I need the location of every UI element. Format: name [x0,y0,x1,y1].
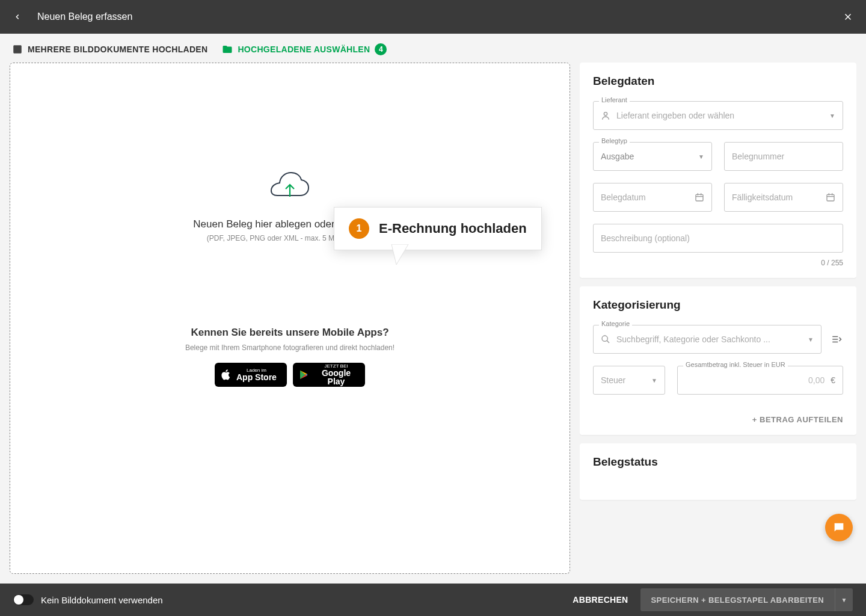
cloud-upload-icon [269,171,311,202]
tab-select-uploaded[interactable]: HOCHGELADENE AUSWÄHLEN 4 [222,43,387,55]
uploaded-count-badge: 4 [375,43,387,55]
section-heading: Belegdaten [593,75,843,88]
save-button-group: SPEICHERN + BELEGSTAPEL ABARBEITEN ▼ [640,588,853,611]
header: Neuen Beleg erfassen [0,0,866,34]
google-play-icon [299,369,309,380]
chevron-down-icon: ▼ [698,153,704,160]
tab-bar: MEHRERE BILDDOKUMENTE HOCHLADEN HOCHGELA… [0,34,866,63]
add-image-icon [12,44,23,55]
chevron-down-icon: ▼ [808,336,814,343]
page-title: Neuen Beleg erfassen [37,11,842,22]
save-dropdown-button[interactable]: ▼ [835,588,853,611]
belegdatum-input[interactable]: Belegdatum [593,183,712,212]
field-label: Lieferant [599,96,630,103]
gesamtbetrag-input[interactable]: 0,00 € [677,366,843,395]
calendar-icon [826,192,835,202]
chevron-down-icon: ▼ [651,377,657,384]
faelligkeitsdatum-input[interactable]: Fälligkeitsdatum [724,183,843,212]
callout-text: E-Rechnung hochladen [379,221,527,236]
svg-rect-5 [696,194,703,201]
field-label: Gesamtbetrag inkl. Steuer in EUR [683,361,788,368]
split-list-button[interactable] [831,334,843,345]
folder-icon [222,44,233,55]
tab-label: MEHRERE BILDDOKUMENTE HOCHLADEN [28,45,207,54]
currency-symbol: € [831,375,835,385]
char-counter: 0 / 255 [593,259,843,267]
apple-icon [221,369,232,381]
chat-support-button[interactable] [825,514,853,541]
steuer-select[interactable]: Steuer ▼ [593,366,665,395]
callout-pointer-icon [388,244,412,268]
no-image-toggle[interactable] [13,594,34,605]
tab-upload-multiple[interactable]: MEHRERE BILDDOKUMENTE HOCHLADEN [12,44,207,55]
svg-marker-3 [392,244,408,265]
kategorisierung-card: Kategorisierung Kategorie Suchbegriff, K… [580,286,856,435]
betrag-aufteilen-button[interactable]: + BETRAG AUFTEILEN [593,415,843,424]
app-store-badge[interactable]: Laden im App Store [215,363,287,387]
belegstatus-card: Belegstatus [580,443,856,500]
footer-bar: Kein Bilddokument verwenden ABBRECHEN SP… [0,584,866,616]
section-heading: Belegstatus [593,455,843,469]
field-label: Kategorie [599,320,632,327]
apps-subtitle: Belege mit Ihrem Smartphone fotografiere… [185,343,395,352]
person-icon [601,111,610,120]
save-button[interactable]: SPEICHERN + BELEGSTAPEL ABARBEITEN [640,596,835,605]
tab-label: HOCHGELADENE AUSWÄHLEN [238,45,370,54]
google-play-badge[interactable]: JETZT BEI Google Play [293,363,365,387]
belegdaten-card: Belegdaten Lieferant Lieferant eingeben … [580,63,856,278]
back-button[interactable] [12,11,23,22]
beschreibung-input[interactable]: Beschreibung (optional) [593,224,843,253]
svg-point-13 [602,336,607,341]
belegnummer-input[interactable]: Belegnummer [724,142,843,171]
callout-step-badge: 1 [349,218,369,239]
kategorie-input[interactable]: Suchbegriff, Kategorie oder Sachkonto ..… [593,325,821,354]
lieferant-input[interactable]: Lieferant eingeben oder wählen ▼ [593,101,843,130]
close-button[interactable] [842,11,854,23]
field-label: Belegtyp [599,137,630,144]
apps-title: Kennen Sie bereits unsere Mobile Apps? [185,327,395,339]
form-panel: Belegdaten Lieferant Lieferant eingeben … [580,63,856,574]
belegtyp-select[interactable]: Ausgabe ▼ [593,142,712,171]
tutorial-callout: 1 E-Rechnung hochladen [334,207,542,250]
file-dropzone[interactable]: Neuen Beleg hier ablegen oder auswählen … [10,63,570,574]
svg-rect-9 [827,194,834,201]
section-heading: Kategorisierung [593,298,843,312]
svg-point-4 [604,112,607,116]
calendar-icon [695,192,704,202]
svg-line-14 [607,340,609,343]
toggle-label: Kein Bilddokument verwenden [41,595,573,605]
search-icon [601,334,610,344]
cancel-button[interactable]: ABBRECHEN [573,595,628,605]
chevron-down-icon: ▼ [829,112,835,119]
mobile-apps-promo: Kennen Sie bereits unsere Mobile Apps? B… [185,327,395,387]
